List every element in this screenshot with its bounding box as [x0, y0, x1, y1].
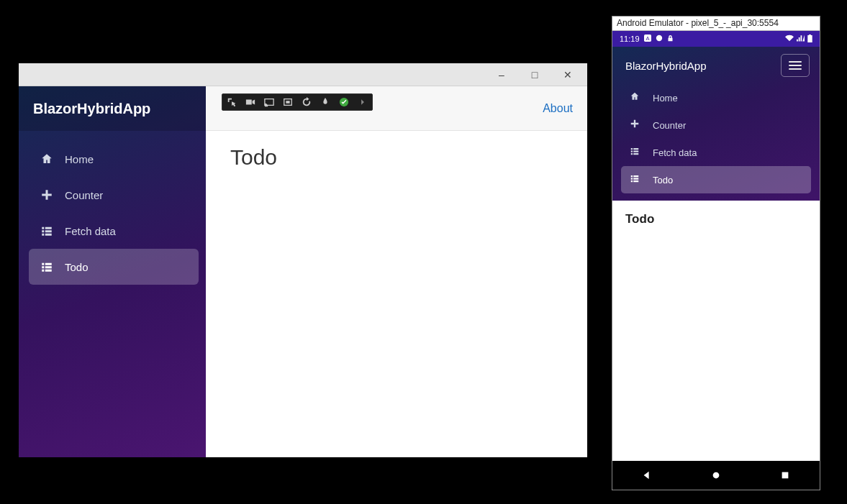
home-icon: [630, 91, 643, 104]
debug-select-element-icon[interactable]: [225, 96, 238, 108]
emu-nav-item-label: Counter: [653, 120, 686, 131]
debug-screencast-icon[interactable]: [263, 96, 276, 108]
emu-nav-item-label: Todo: [653, 175, 673, 185]
home-icon: [40, 152, 53, 165]
debug-hotreload-icon[interactable]: [319, 96, 332, 108]
sidebar-nav: Home Counter Fetch data: [19, 131, 206, 285]
emulator-screen: 11:19 A: [612, 31, 820, 490]
debug-status-ok-icon[interactable]: [338, 96, 350, 108]
emu-nav-item-label: Home: [653, 93, 678, 104]
signal-icon: [797, 35, 805, 43]
sidebar-item-label: Todo: [65, 261, 89, 273]
svg-rect-1: [286, 101, 289, 104]
emu-nav-item-home[interactable]: Home: [621, 84, 811, 111]
svg-rect-7: [782, 472, 789, 479]
android-recent-button[interactable]: [779, 469, 792, 482]
svg-point-5: [656, 35, 661, 41]
android-home-button[interactable]: [710, 469, 723, 482]
sidebar-item-counter[interactable]: Counter: [29, 177, 199, 213]
sidebar-item-label: Counter: [65, 189, 103, 201]
page-content: Todo: [206, 131, 587, 184]
android-back-button[interactable]: [640, 469, 653, 482]
topbar: About: [206, 86, 587, 131]
sidebar-item-label: Fetch data: [65, 225, 116, 237]
emulator-page-content: Todo: [612, 201, 820, 461]
debug-camera-icon[interactable]: [244, 96, 257, 108]
window-titlebar: – □ ✕: [19, 63, 587, 86]
plus-icon: [40, 188, 53, 201]
sidebar-item-fetchdata[interactable]: Fetch data: [29, 213, 199, 249]
desktop-window: – □ ✕ BlazorHybridApp Home Counter: [19, 63, 587, 457]
wifi-icon: [785, 35, 794, 43]
about-link[interactable]: About: [543, 102, 573, 115]
debug-rect-icon[interactable]: [281, 96, 294, 108]
statusbar-lock-icon: [667, 35, 674, 43]
emulator-header: BlazorHybridApp Home: [612, 47, 820, 201]
page-heading: Todo: [230, 145, 563, 170]
desktop-body: BlazorHybridApp Home Counter: [19, 86, 587, 457]
emulator-sidebar-nav: Home Counter Fetch data: [612, 81, 820, 193]
svg-text:A: A: [646, 35, 649, 42]
sidebar-item-home[interactable]: Home: [29, 141, 199, 177]
emulator-app-brand: BlazorHybridApp: [625, 60, 707, 72]
statusbar-app-icon: A: [644, 35, 651, 43]
emulator-app: BlazorHybridApp Home: [612, 47, 820, 490]
main-area: About Todo: [206, 86, 587, 457]
statusbar-time: 11:19: [620, 35, 640, 43]
debug-refresh-icon[interactable]: [300, 96, 313, 108]
debug-toolbar: [222, 93, 373, 111]
emulator-window-title: Android Emulator - pixel_5_-_api_30:5554: [612, 17, 820, 31]
android-emulator-window: Android Emulator - pixel_5_-_api_30:5554…: [612, 16, 820, 490]
emulator-page-heading: Todo: [625, 212, 807, 226]
debug-chevron-right-icon[interactable]: [356, 96, 369, 108]
window-minimize-button[interactable]: –: [485, 65, 518, 85]
emu-nav-item-counter[interactable]: Counter: [621, 111, 811, 139]
window-close-button[interactable]: ✕: [551, 65, 584, 85]
statusbar-debug-icon: [656, 35, 663, 43]
emu-nav-item-label: Fetch data: [653, 147, 697, 158]
plus-icon: [630, 119, 643, 132]
android-system-navbar: [612, 461, 820, 490]
hamburger-icon: [789, 61, 802, 70]
svg-point-6: [713, 472, 720, 479]
app-brand: BlazorHybridApp: [19, 86, 206, 131]
android-statusbar: 11:19 A: [612, 31, 820, 47]
emu-nav-item-fetchdata[interactable]: Fetch data: [621, 139, 811, 166]
sidebar-item-label: Home: [65, 153, 94, 165]
list-icon: [630, 173, 643, 186]
list-icon: [40, 260, 53, 273]
sidebar-item-todo[interactable]: Todo: [29, 249, 199, 285]
emu-nav-item-todo[interactable]: Todo: [621, 166, 811, 193]
list-icon: [630, 146, 643, 159]
hamburger-menu-button[interactable]: [781, 54, 810, 77]
sidebar: BlazorHybridApp Home Counter: [19, 86, 206, 457]
window-maximize-button[interactable]: □: [518, 65, 551, 85]
battery-icon: [807, 35, 812, 44]
list-icon: [40, 224, 53, 237]
